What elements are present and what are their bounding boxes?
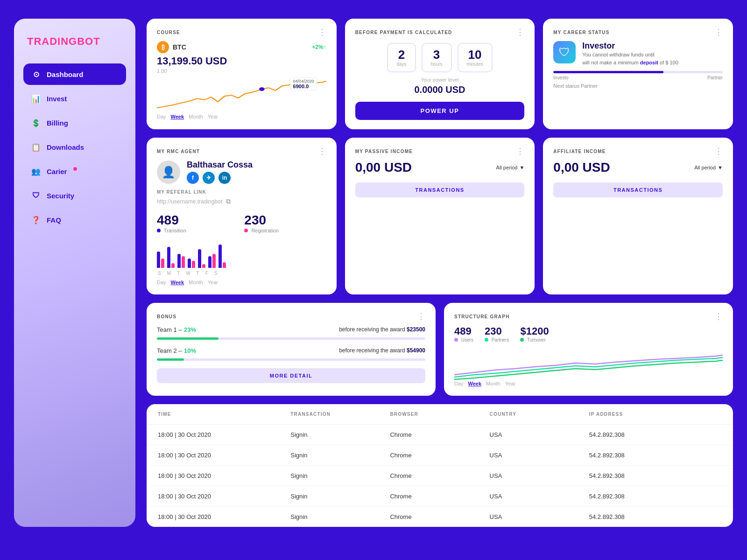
- copy-icon[interactable]: ⧉: [226, 197, 231, 205]
- bonus-card: BONUS ⋮ Team 1 – 23% before receiving th…: [147, 303, 436, 396]
- career-card-title: MY CAREER STATUS: [553, 30, 609, 35]
- table-cell: 18:00 | 30 Oct 2020: [158, 472, 290, 479]
- course-card: COURSE ⋮ ₿ BTC +2%↑ 13,199.50 USD 1.00: [147, 19, 337, 129]
- passive-income-amount: 0,00 USD: [355, 160, 412, 175]
- affiliate-income-menu[interactable]: ⋮: [714, 147, 723, 155]
- bar-group: [157, 252, 164, 268]
- table-row: 18:00 | 30 Oct 2020SigninChromeUSA54.2.8…: [147, 507, 733, 527]
- career-card: MY CAREER STATUS ⋮ 🛡 Investor You cannot…: [543, 19, 733, 129]
- agent-name: Balthasar Cossa: [187, 160, 253, 170]
- table-row: 18:00 | 30 Oct 2020SigninChromeUSA54.2.8…: [147, 466, 733, 486]
- more-detail-button[interactable]: MORE DETAIL: [157, 368, 425, 383]
- carier-icon: 👥: [31, 166, 41, 176]
- bonus-team2-fill: [157, 358, 184, 361]
- bonus-team2-award: before receiving the award $54900: [339, 347, 425, 354]
- structure-graph-menu[interactable]: ⋮: [714, 312, 723, 321]
- career-header-row: 🛡 Investor You cannot withdraw funds unt…: [553, 41, 723, 66]
- career-status: Investor: [582, 41, 678, 51]
- chevron-down-icon: ▼: [519, 165, 524, 170]
- sidebar-item-carier[interactable]: 👥 Carier: [23, 161, 126, 182]
- bonus-team1-pct: 23%: [184, 326, 196, 333]
- affiliate-income-header-row: 0,00 USD All period ▼: [553, 160, 723, 175]
- sidebar-item-billing[interactable]: 💲 Billing: [23, 112, 126, 133]
- payment-card-menu[interactable]: ⋮: [516, 28, 524, 36]
- career-card-menu[interactable]: ⋮: [714, 28, 723, 36]
- deposit-link[interactable]: deposit: [640, 60, 658, 65]
- stat1-dot: [157, 229, 161, 232]
- rmc-tab-day[interactable]: Day: [157, 280, 166, 285]
- struct-stat1-num: 489: [454, 325, 473, 337]
- rmc-tab-week[interactable]: Week: [171, 280, 184, 285]
- bar-pink: [182, 256, 185, 268]
- sidebar-item-label: Invest: [47, 95, 67, 103]
- passive-transactions-button[interactable]: TRANSACTIONS: [355, 182, 525, 197]
- bonus-team1-label: Team 1 –: [157, 326, 182, 333]
- referal-section: MY REFERAL LINK http://username.tradingb…: [157, 189, 326, 205]
- tab-week[interactable]: Week: [171, 114, 184, 119]
- table-header: TIME TRANSACTION BROWSER COUNTRY IP ADDR…: [147, 404, 733, 425]
- sidebar-item-faq[interactable]: ❓ FAQ: [23, 209, 126, 231]
- bar-group: [177, 254, 185, 268]
- tab-day[interactable]: Day: [157, 114, 166, 119]
- affiliate-chevron-down-icon: ▼: [718, 165, 723, 170]
- affiliate-transactions-button[interactable]: TRANSACTIONS: [553, 182, 723, 197]
- table-cell: 54.2.892.308: [589, 513, 722, 520]
- bonus-team2-label: Team 2 –: [157, 347, 182, 354]
- bonus-team1-fill: [157, 337, 218, 340]
- bar-days: SMTWTFS: [157, 271, 326, 276]
- bar-group: [218, 245, 226, 268]
- affiliate-period-select[interactable]: All period ▼: [694, 165, 723, 170]
- struct-stat1-label: Users: [454, 337, 473, 343]
- btc-icon: ₿: [157, 41, 169, 53]
- social-telegram-icon[interactable]: ✈: [203, 172, 215, 184]
- rmc-tab-month[interactable]: Month: [189, 280, 203, 285]
- course-chart: 04/04/2020 6900.0: [157, 77, 326, 110]
- structure-graph-card: STRUCTURE GRAPH ⋮ 489 Users 230: [444, 303, 733, 396]
- payment-card-title: BEFORE PAYMENT IS CALCULATED: [355, 30, 452, 35]
- bar-group: [167, 247, 175, 268]
- rmc-tab-year[interactable]: Year: [208, 280, 218, 285]
- tab-year[interactable]: Year: [208, 114, 218, 119]
- social-facebook-icon[interactable]: f: [187, 172, 199, 184]
- table-row: 18:00 | 30 Oct 2020SigninChromeUSA54.2.8…: [147, 445, 733, 466]
- carier-badge: [73, 167, 77, 171]
- course-card-menu[interactable]: ⋮: [318, 28, 326, 36]
- bar-group: [198, 249, 205, 268]
- power-up-button[interactable]: POWER UP: [355, 102, 525, 120]
- bar-blue: [157, 252, 160, 268]
- col-transaction: TRANSACTION: [290, 412, 390, 417]
- rmc-card-menu[interactable]: ⋮: [318, 147, 326, 155]
- col-ip: IP ADDRESS: [589, 412, 722, 417]
- table-cell: 54.2.892.308: [589, 472, 722, 479]
- bar-blue: [218, 245, 222, 268]
- sidebar-item-label: Security: [47, 192, 74, 200]
- bar-pink: [192, 261, 195, 268]
- period-select[interactable]: All period ▼: [496, 165, 525, 170]
- sidebar-item-dashboard[interactable]: ⊙ Dashboard: [23, 63, 126, 85]
- referal-stats: 489 Transition 230 Registration: [157, 213, 326, 233]
- agent-socials: f ✈ in: [187, 172, 253, 184]
- table-cell: Signin: [290, 513, 390, 520]
- sidebar-item-label: Carier: [47, 168, 67, 175]
- bonus-card-menu[interactable]: ⋮: [417, 312, 425, 321]
- table-cell: 54.2.892.308: [589, 493, 722, 500]
- table-cell: 18:00 | 30 Oct 2020: [158, 493, 290, 500]
- sidebar-item-invest[interactable]: 📊 Invest: [23, 88, 126, 109]
- agent-row: 👤 Balthasar Cossa f ✈ in: [157, 160, 326, 184]
- table-cell: Chrome: [390, 431, 489, 438]
- table-cell: USA: [490, 431, 589, 438]
- sidebar-item-downloads[interactable]: 📋 Downloads: [23, 136, 126, 158]
- main-content: COURSE ⋮ ₿ BTC +2%↑ 13,199.50 USD 1.00: [147, 19, 733, 527]
- career-progress-bar: [553, 71, 723, 73]
- svg-point-0: [259, 87, 265, 91]
- countdown-hours: 3 hours: [422, 43, 452, 72]
- social-linkedin-icon[interactable]: in: [218, 172, 231, 184]
- table-cell: Signin: [290, 493, 390, 500]
- faq-icon: ❓: [31, 215, 41, 225]
- income-header-row: 0,00 USD All period ▼: [355, 160, 525, 175]
- tab-month[interactable]: Month: [189, 114, 203, 119]
- passive-income-title: MY PASSIVE INCOME: [355, 149, 413, 154]
- sidebar-item-security[interactable]: 🛡 Security: [23, 185, 126, 206]
- rmc-bar-chart: [157, 240, 326, 268]
- passive-income-menu[interactable]: ⋮: [516, 147, 524, 155]
